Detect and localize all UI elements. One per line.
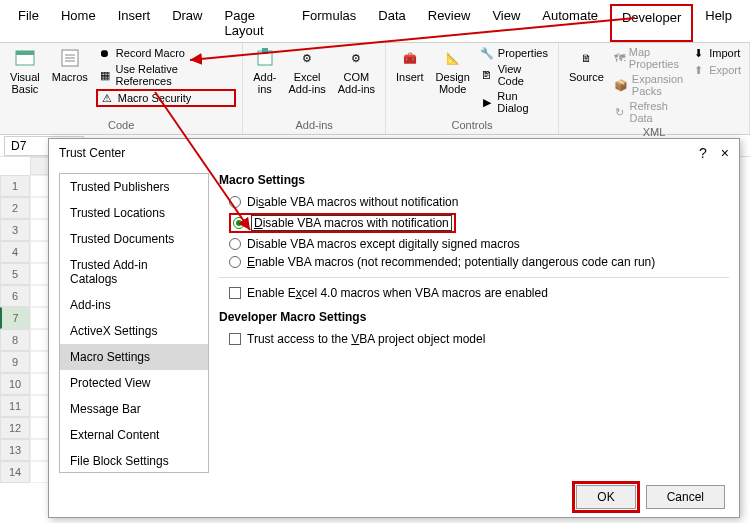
ribbon-content: Visual Basic Macros ⏺Record Macro ▦Use R… bbox=[0, 43, 750, 135]
category-item[interactable]: File Block Settings bbox=[60, 448, 208, 473]
pack-icon: 📦 bbox=[614, 78, 628, 92]
opt-disable-with-notif[interactable]: Disable VBA macros with notification bbox=[229, 213, 729, 233]
import-icon: ⬇ bbox=[691, 46, 705, 60]
opt-disable-no-notif[interactable]: Disable VBA macros without notification bbox=[229, 195, 729, 209]
refresh-data-button[interactable]: ↻Refresh Data bbox=[612, 99, 685, 125]
refresh-icon: ↻ bbox=[614, 105, 626, 119]
addins-button[interactable]: Add- ins bbox=[249, 45, 280, 97]
group-label-controls: Controls bbox=[392, 118, 552, 132]
code-icon: 🖹 bbox=[480, 68, 494, 82]
tab-formulas[interactable]: Formulas bbox=[292, 4, 366, 42]
visual-basic-button[interactable]: Visual Basic bbox=[6, 45, 44, 97]
com-addins-button[interactable]: ⚙COM Add-ins bbox=[334, 45, 379, 97]
tab-page-layout[interactable]: Page Layout bbox=[215, 4, 291, 42]
export-icon: ⬆ bbox=[691, 63, 705, 77]
row-header[interactable]: 2 bbox=[0, 197, 30, 219]
chk-trust-vba[interactable]: Trust access to the VBA project object m… bbox=[229, 332, 729, 346]
help-button[interactable]: ? bbox=[699, 145, 707, 161]
gear2-icon: ⚙ bbox=[345, 47, 367, 69]
map-properties-button[interactable]: 🗺Map Properties bbox=[612, 45, 685, 71]
tab-draw[interactable]: Draw bbox=[162, 4, 212, 42]
row-header[interactable]: 1 bbox=[0, 175, 30, 197]
cancel-button[interactable]: Cancel bbox=[646, 485, 725, 509]
row-header[interactable]: 9 bbox=[0, 351, 30, 373]
tab-developer[interactable]: Developer bbox=[610, 4, 693, 42]
category-item[interactable]: Trusted Documents bbox=[60, 226, 208, 252]
tab-automate[interactable]: Automate bbox=[532, 4, 608, 42]
category-item[interactable]: Protected View bbox=[60, 370, 208, 396]
opt-disable-except-signed[interactable]: Disable VBA macros except digitally sign… bbox=[229, 237, 729, 251]
category-item[interactable]: Trusted Add-in Catalogs bbox=[60, 252, 208, 292]
row-header[interactable]: 5 bbox=[0, 263, 30, 285]
category-item[interactable]: Add-ins bbox=[60, 292, 208, 318]
tab-home[interactable]: Home bbox=[51, 4, 106, 42]
category-item[interactable]: Macro Settings bbox=[60, 344, 208, 370]
radio-icon bbox=[233, 217, 245, 229]
grid-icon: ▦ bbox=[98, 68, 112, 82]
opt-enable-all[interactable]: Enable VBA macros (not recommended; pote… bbox=[229, 255, 729, 269]
radio-icon bbox=[229, 256, 241, 268]
group-xml: 🗎Source 🗺Map Properties 📦Expansion Packs… bbox=[559, 43, 750, 134]
tab-data[interactable]: Data bbox=[368, 4, 415, 42]
row-header[interactable]: 12 bbox=[0, 417, 30, 439]
expansion-packs-button[interactable]: 📦Expansion Packs bbox=[612, 72, 685, 98]
record-icon: ⏺ bbox=[98, 46, 112, 60]
excel-addins-button[interactable]: ⚙Excel Add-ins bbox=[284, 45, 329, 97]
warning-icon: ⚠ bbox=[100, 91, 114, 105]
category-item[interactable]: ActiveX Settings bbox=[60, 318, 208, 344]
addins-icon bbox=[254, 47, 276, 69]
properties-button[interactable]: 🔧Properties bbox=[478, 45, 552, 61]
row-header[interactable]: 14 bbox=[0, 461, 30, 483]
macro-security-button[interactable]: ⚠Macro Security bbox=[96, 89, 236, 107]
svg-rect-1 bbox=[16, 51, 34, 55]
toolbox-icon: 🧰 bbox=[399, 47, 421, 69]
tab-view[interactable]: View bbox=[482, 4, 530, 42]
category-item[interactable]: External Content bbox=[60, 422, 208, 448]
section-dev-macro-title: Developer Macro Settings bbox=[219, 310, 729, 324]
record-macro-button[interactable]: ⏺Record Macro bbox=[96, 45, 236, 61]
group-controls: 🧰Insert 📐Design Mode 🔧Properties 🖹View C… bbox=[386, 43, 559, 134]
ok-button[interactable]: OK bbox=[576, 485, 635, 509]
map-icon: 🗺 bbox=[614, 51, 625, 65]
tab-review[interactable]: Review bbox=[418, 4, 481, 42]
insert-controls-button[interactable]: 🧰Insert bbox=[392, 45, 428, 85]
props-icon: 🔧 bbox=[480, 46, 494, 60]
run-dialog-button[interactable]: ▶Run Dialog bbox=[478, 89, 552, 115]
use-relative-button[interactable]: ▦Use Relative References bbox=[96, 62, 236, 88]
tab-insert[interactable]: Insert bbox=[108, 4, 161, 42]
trust-center-dialog: Trust Center ? × Trusted PublishersTrust… bbox=[48, 138, 740, 518]
source-button[interactable]: 🗎Source bbox=[565, 45, 608, 85]
category-item[interactable]: Trusted Publishers bbox=[60, 174, 208, 200]
checkbox-icon bbox=[229, 287, 241, 299]
checkbox-icon bbox=[229, 333, 241, 345]
tab-file[interactable]: File bbox=[8, 4, 49, 42]
row-header[interactable]: 11 bbox=[0, 395, 30, 417]
dialog-title: Trust Center bbox=[59, 146, 125, 160]
row-header[interactable]: 3 bbox=[0, 219, 30, 241]
vb-icon bbox=[14, 47, 36, 69]
tab-help[interactable]: Help bbox=[695, 4, 742, 42]
radio-icon bbox=[229, 238, 241, 250]
row-header[interactable]: 7 bbox=[0, 307, 30, 329]
row-header[interactable]: 13 bbox=[0, 439, 30, 461]
category-item[interactable]: Trusted Locations bbox=[60, 200, 208, 226]
category-item[interactable]: Message Bar bbox=[60, 396, 208, 422]
export-button[interactable]: ⬆Export bbox=[689, 62, 743, 78]
radio-icon bbox=[229, 196, 241, 208]
row-header[interactable]: 10 bbox=[0, 373, 30, 395]
group-label-code: Code bbox=[6, 118, 236, 132]
gear-icon: ⚙ bbox=[296, 47, 318, 69]
run-icon: ▶ bbox=[480, 95, 494, 109]
close-button[interactable]: × bbox=[721, 145, 729, 161]
source-icon: 🗎 bbox=[575, 47, 597, 69]
group-label-addins: Add-ins bbox=[249, 118, 379, 132]
row-header[interactable]: 4 bbox=[0, 241, 30, 263]
macros-button[interactable]: Macros bbox=[48, 45, 92, 85]
chk-excel4[interactable]: Enable Excel 4.0 macros when VBA macros … bbox=[229, 286, 729, 300]
view-code-button[interactable]: 🖹View Code bbox=[478, 62, 552, 88]
design-mode-button[interactable]: 📐Design Mode bbox=[432, 45, 474, 97]
import-button[interactable]: ⬇Import bbox=[689, 45, 743, 61]
row-header[interactable]: 6 bbox=[0, 285, 30, 307]
row-header[interactable]: 8 bbox=[0, 329, 30, 351]
ribbon-tabs: File Home Insert Draw Page Layout Formul… bbox=[0, 0, 750, 43]
